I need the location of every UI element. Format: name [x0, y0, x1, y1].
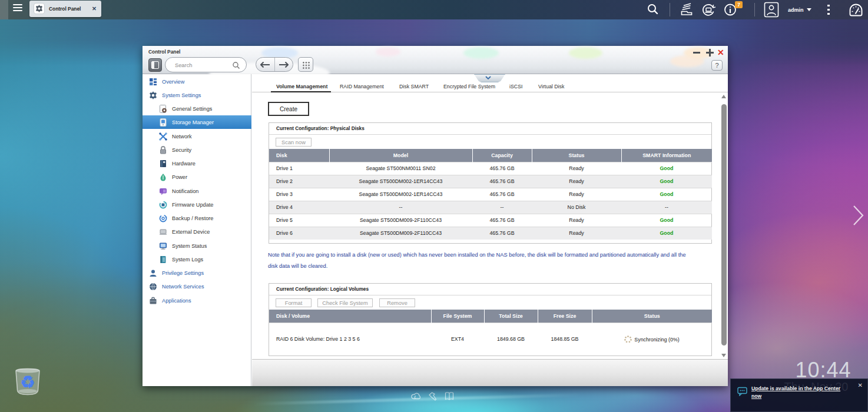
svg-text:♻: ♻ [20, 373, 35, 391]
